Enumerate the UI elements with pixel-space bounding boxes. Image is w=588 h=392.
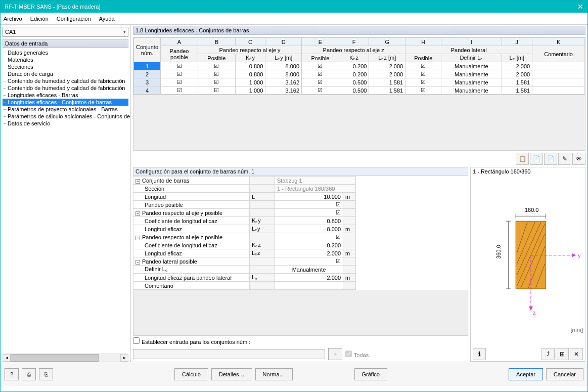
svg-marker-9 bbox=[572, 253, 576, 257]
table-row[interactable]: 1☑☑0.8008.000☑0.2002.000☑Manualmente2.00… bbox=[134, 62, 585, 70]
tree-item[interactable]: Contenido de humedad y calidad de fabric… bbox=[3, 77, 128, 84]
tree-item[interactable]: Materiales bbox=[3, 56, 128, 63]
preview-header: 1 - Rectángulo 160/360 bbox=[471, 167, 585, 176]
establecer-input bbox=[133, 349, 325, 359]
help-button[interactable]: ? bbox=[5, 368, 19, 380]
grafico-button[interactable]: Gráfico bbox=[354, 368, 387, 380]
cancelar-button[interactable]: Cancelar bbox=[546, 368, 583, 380]
toolbar-btn-1[interactable]: 📄 bbox=[530, 153, 543, 165]
preview-btn-3[interactable]: ✕ bbox=[570, 348, 583, 360]
window-title: RF-TIMBER SANS - [Paso de madera] bbox=[5, 1, 101, 13]
main-grid[interactable]: Conjuntonúm.ABCDEFGHIJKPandeoposiblePand… bbox=[133, 37, 585, 151]
detalles-button[interactable]: Detalles… bbox=[211, 368, 252, 380]
titlebar: RF-TIMBER SANS - [Paso de madera] ✕ bbox=[1, 1, 587, 13]
svg-marker-11 bbox=[529, 307, 533, 311]
establecer-check[interactable]: Establecer entrada para los conjuntos nú… bbox=[133, 337, 250, 345]
dim-width: 160.0 bbox=[525, 207, 538, 213]
close-icon[interactable]: ✕ bbox=[577, 1, 583, 13]
case-combo[interactable]: CA1 ▾ bbox=[3, 27, 128, 37]
info-button[interactable]: ℹ bbox=[473, 348, 486, 360]
left-panel-header: Datos de entrada bbox=[3, 39, 128, 48]
axis-z-label: z bbox=[533, 310, 536, 316]
tree-item[interactable]: Parámetros de proyecto adicionales - Bar… bbox=[3, 106, 128, 113]
chevron-down-icon: ▾ bbox=[123, 29, 126, 34]
tree-item[interactable]: Longitudes eficaces - Barras bbox=[3, 92, 128, 99]
menu-archivo[interactable]: Archivo bbox=[4, 16, 22, 22]
section-preview: 1 - Rectángulo 160/360 y bbox=[470, 167, 585, 362]
tree-item[interactable]: Secciones bbox=[3, 63, 128, 70]
table-row[interactable]: 3☑☑1.0003.162☑0.5001.581☑Manualmente1.58… bbox=[134, 78, 585, 86]
scroll-left-icon[interactable]: ◂ bbox=[3, 354, 11, 362]
calculo-button[interactable]: Cálculo bbox=[174, 368, 208, 380]
tree-item[interactable]: Contenido de humedad y calidad de fabric… bbox=[3, 84, 128, 92]
menu-ayuda[interactable]: Ayuda bbox=[99, 16, 115, 22]
props-header: Configuración para el conjunto de barras… bbox=[133, 167, 468, 176]
tree-item[interactable]: Parámetros de cálculo adicionales - Conj… bbox=[3, 113, 128, 120]
case-combo-value: CA1 bbox=[5, 29, 16, 35]
tree-item[interactable]: Duración de carga bbox=[3, 70, 128, 77]
aceptar-button[interactable]: Aceptar bbox=[509, 368, 543, 380]
tree-item[interactable]: Datos de servicio bbox=[3, 120, 128, 127]
pick-button: ⎆ bbox=[328, 348, 342, 360]
toolbar-btn-2[interactable]: 📄 bbox=[544, 153, 557, 165]
axis-y-label: y bbox=[578, 252, 581, 258]
preview-btn-1[interactable]: ⤴ bbox=[541, 348, 555, 360]
nav-tree: Datos generalesMaterialesSeccionesDuraci… bbox=[1, 49, 130, 354]
tree-item[interactable]: Longitudes eficaces - Conjuntos de barra… bbox=[3, 99, 128, 106]
toolbar-btn-0[interactable]: 📋 bbox=[516, 153, 529, 165]
table-row[interactable]: 2☑☑0.8008.000☑0.2002.000☑Manualmente2.00… bbox=[134, 70, 585, 78]
tree-item[interactable]: Datos generales bbox=[3, 49, 128, 56]
props-table[interactable]: −Conjunto de barrasStabzug 1Sección1 - R… bbox=[133, 176, 468, 290]
left-scrollbar[interactable]: ◂ ▸ bbox=[3, 354, 128, 362]
footer: ? ⎙ ⎘ Cálculo Detalles… Norma… Gráfico A… bbox=[1, 362, 587, 386]
preview-btn-2[interactable]: ⊞ bbox=[556, 348, 569, 360]
toolbar-btn-3[interactable]: ✎ bbox=[558, 153, 571, 165]
norma-button[interactable]: Norma… bbox=[255, 368, 293, 380]
grid-toolbar: 📋📄📄✎👁 bbox=[133, 153, 585, 165]
todas-check bbox=[345, 351, 352, 357]
right-panel-header: 1.8 Longitudes eficaces - Conjuntos de b… bbox=[133, 26, 585, 35]
scroll-thumb[interactable] bbox=[11, 354, 99, 362]
menu-edicion[interactable]: Edición bbox=[30, 16, 49, 22]
menubar: Archivo Edición Configuración Ayuda bbox=[1, 13, 587, 25]
menu-configuracion[interactable]: Configuración bbox=[57, 16, 91, 22]
unit-label: [mm] bbox=[571, 327, 583, 333]
scroll-right-icon[interactable]: ▸ bbox=[120, 354, 128, 362]
footer-btn-1[interactable]: ⎙ bbox=[22, 368, 36, 380]
dim-height: 360.0 bbox=[495, 245, 502, 258]
footer-btn-2[interactable]: ⎘ bbox=[39, 368, 53, 380]
table-row[interactable]: 4☑☑1.0003.162☑0.5001.581☑Manualmente1.58… bbox=[134, 86, 585, 95]
toolbar-btn-4[interactable]: 👁 bbox=[572, 153, 585, 165]
